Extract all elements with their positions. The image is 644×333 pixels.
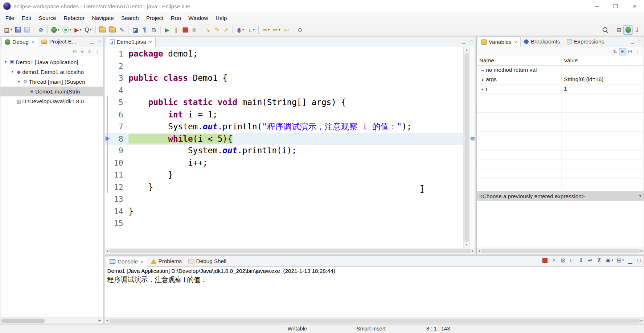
search-button[interactable] — [600, 25, 610, 34]
scroll-left-icon[interactable]: ◀ — [478, 249, 480, 254]
tab-console[interactable]: Console × — [106, 256, 147, 266]
scrollbar-thumb[interactable] — [1, 319, 45, 322]
forward-button[interactable]: ⇨▾ — [271, 25, 282, 34]
terminate-button[interactable] — [181, 25, 190, 34]
variable-row[interactable]: ↦no method return val — [477, 66, 644, 75]
tab-debug[interactable]: Debug × — [1, 37, 38, 47]
pin-editor-button[interactable]: ⊙ — [295, 25, 304, 34]
scroll-right-icon[interactable]: ▶ — [640, 249, 643, 254]
close-icon[interactable]: × — [32, 39, 34, 45]
code-line[interactable]: 14} — [105, 205, 463, 217]
code-line[interactable]: 9 System.out.println(i); — [105, 145, 463, 157]
annotation-ruler-cell[interactable] — [105, 193, 111, 205]
java-perspective-button[interactable]: J — [632, 25, 641, 34]
current-line-marker[interactable] — [471, 137, 474, 140]
expander-icon[interactable]: ▾ — [16, 80, 22, 84]
menu-edit[interactable]: Edit — [18, 12, 35, 24]
scroll-right-icon[interactable]: ▶ — [472, 249, 474, 254]
menu-file[interactable]: File — [2, 12, 18, 24]
word-wrap-button[interactable]: ↵ — [586, 255, 595, 265]
run-history-button[interactable]: Q▾ — [83, 25, 93, 34]
code-line[interactable]: 12 } — [105, 181, 463, 193]
debug-view-mode-button[interactable]: ▾ — [78, 48, 86, 55]
coverage-button[interactable]: ▶▾ — [73, 25, 83, 34]
scroll-lock-button[interactable]: ⇕ — [577, 255, 586, 265]
skip-all-breakpoints-button[interactable]: ⊘ — [36, 25, 45, 34]
tab-breakpoints[interactable]: Breakpoints — [521, 37, 563, 47]
tree-row[interactable]: ≡Demo1.main(Strin — [0, 87, 103, 96]
code-line[interactable]: 3public class Demo1 { — [105, 72, 463, 84]
tab-expressions[interactable]: Expressions — [563, 37, 608, 47]
last-edit-location-button[interactable]: ↩ — [282, 25, 291, 34]
expander-icon[interactable]: ▾ — [9, 70, 15, 74]
open-element-button[interactable]: ⧉ — [149, 25, 158, 34]
menu-project[interactable]: Project — [143, 12, 167, 24]
run-button[interactable]: ▾ — [61, 25, 73, 34]
scroll-right-icon[interactable]: ▶ — [97, 319, 103, 322]
tab-project-explorer[interactable]: Project E... — [38, 37, 79, 47]
show-whitespace-button[interactable]: ¶ — [140, 25, 149, 34]
variable-row[interactable]: ●argsString[0] (id=16) — [477, 75, 644, 84]
collapse-all-button[interactable]: ⊼ — [86, 48, 93, 55]
chevron-down-icon[interactable]: ▾ — [639, 194, 641, 198]
minimize-view-button[interactable]: ▁ — [629, 37, 636, 46]
code-line[interactable]: 1package demo1; — [105, 48, 463, 60]
suspend-button[interactable]: ∥ — [172, 25, 181, 34]
scrollbar-thumb[interactable] — [481, 249, 640, 253]
debug-horizontal-scrollbar[interactable]: ▶ — [0, 317, 103, 324]
expander-icon[interactable]: ▾ — [3, 60, 9, 64]
annotation-ruler-cell[interactable] — [105, 60, 111, 72]
maximize-view-button[interactable]: □ — [635, 255, 644, 265]
editor-vertical-scrollbar[interactable]: ▲ ▼ — [463, 47, 469, 248]
maximize-view-button[interactable]: □ — [467, 37, 475, 46]
code-line[interactable]: 10 i++; — [105, 157, 463, 169]
annotations-button[interactable]: ⇣▾ — [246, 25, 256, 34]
menu-refactor[interactable]: Refactor — [60, 12, 88, 24]
close-icon[interactable]: × — [149, 39, 152, 45]
code-line[interactable]: 6 int i = 1; — [105, 108, 463, 120]
new-wizard-button[interactable]: ▤▾ — [3, 25, 14, 34]
display-selected-console-button[interactable]: ▣▾ — [604, 255, 615, 265]
variable-row[interactable]: ●i1 — [477, 84, 644, 94]
console-horizontal-scrollbar[interactable]: ◀ ▶ — [105, 317, 644, 324]
code-line[interactable]: 4 — [105, 84, 463, 96]
open-perspective-button[interactable]: ⊞ — [614, 25, 623, 34]
view-menu-button[interactable]: ⋮ — [93, 48, 102, 55]
scrollbar-thumb[interactable] — [109, 319, 640, 323]
disconnect-button[interactable]: ⊗ — [190, 25, 199, 34]
editor-horizontal-scrollbar[interactable]: ◀ ▶ — [105, 248, 475, 254]
tree-row[interactable]: ▾◆demo1.Demo1 at localho — [0, 67, 103, 77]
scrollbar-thumb[interactable] — [109, 249, 471, 253]
save-all-button[interactable] — [23, 25, 32, 34]
code-line[interactable]: 5⊖ public static void main(String[] args… — [105, 96, 463, 108]
maximize-view-button[interactable]: □ — [636, 37, 643, 46]
column-header-value[interactable]: Value — [561, 56, 643, 65]
step-into-button[interactable]: ↘ — [203, 25, 212, 34]
annotation-ruler-cell[interactable] — [105, 217, 111, 229]
tree-row[interactable]: ▾▣Demo1 [Java Application] — [0, 57, 103, 67]
close-icon[interactable]: × — [141, 259, 144, 265]
close-icon[interactable]: × — [514, 39, 517, 45]
tree-row[interactable]: ▥D:\Develop\Java\jdk1.8.0 — [0, 96, 103, 106]
variable-detail-pane[interactable] — [477, 201, 644, 248]
tab-debug-shell[interactable]: Debug Shell — [185, 256, 230, 266]
save-button[interactable] — [14, 25, 23, 34]
menu-search[interactable]: Search — [118, 12, 143, 24]
minimize-view-button[interactable]: ▁ — [460, 37, 467, 46]
menu-run[interactable]: Run — [167, 12, 185, 24]
pin-console-button[interactable]: ⊼ — [595, 255, 604, 265]
tree-row[interactable]: ▾⚙Thread [main] (Suspen — [0, 77, 103, 87]
annotation-ruler-cell[interactable] — [105, 72, 111, 84]
maximize-window-button[interactable] — [606, 0, 625, 12]
annotation-ruler-cell[interactable] — [105, 48, 111, 60]
console-body[interactable]: Demo1 [Java Application] D:\Develop\Java… — [105, 267, 644, 317]
scroll-up-icon[interactable]: ▲ — [465, 47, 468, 53]
overview-ruler[interactable] — [469, 47, 475, 248]
tab-demo1-java[interactable]: J Demo1.java × — [106, 37, 156, 47]
open-resource-button[interactable] — [108, 25, 118, 34]
print-button[interactable]: ✎ — [118, 25, 127, 34]
open-folder-button[interactable] — [98, 25, 107, 34]
code-line[interactable]: 8 while(i < 5){ — [105, 133, 463, 145]
menu-source[interactable]: Source — [35, 12, 60, 24]
collapse-all-button[interactable]: ⊟ — [626, 48, 633, 55]
